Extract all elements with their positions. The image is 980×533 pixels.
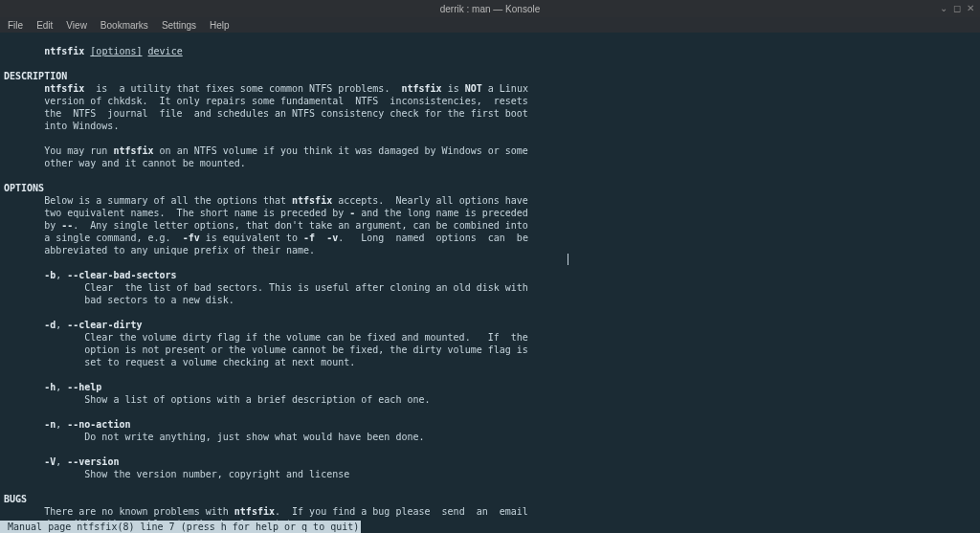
text-cursor-icon (568, 254, 568, 265)
menu-file[interactable]: File (8, 19, 23, 32)
terminal-viewport[interactable]: ntfsfix [options] device DESCRIPTION ntf… (0, 33, 980, 533)
menu-bookmarks[interactable]: Bookmarks (100, 19, 148, 32)
minimize-icon[interactable]: ⌄ (940, 2, 947, 14)
section-description: DESCRIPTION (4, 71, 67, 81)
menu-edit[interactable]: Edit (36, 19, 53, 32)
pager-status-line: Manual page ntfsfix(8) line 7 (press h f… (0, 521, 361, 533)
menu-view[interactable]: View (66, 19, 87, 32)
menu-help[interactable]: Help (210, 19, 230, 32)
section-bugs: BUGS (4, 494, 27, 504)
close-icon[interactable]: ✕ (967, 2, 974, 14)
window-title: derrik : man — Konsole (440, 3, 541, 15)
window-controls: ⌄ ◻ ✕ (940, 2, 974, 14)
window-titlebar: derrik : man — Konsole ⌄ ◻ ✕ (0, 0, 980, 17)
man-page-content: ntfsfix [options] device DESCRIPTION ntf… (4, 45, 980, 533)
section-options: OPTIONS (4, 183, 44, 193)
maximize-icon[interactable]: ◻ (953, 2, 961, 14)
menu-bar: File Edit View Bookmarks Settings Help (0, 17, 980, 33)
menu-settings[interactable]: Settings (162, 19, 196, 32)
